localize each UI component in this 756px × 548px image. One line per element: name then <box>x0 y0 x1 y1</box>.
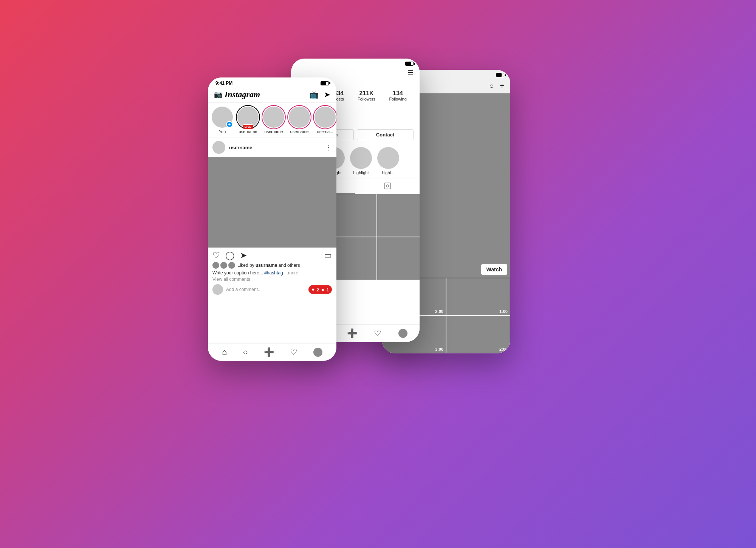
post-image <box>208 157 336 248</box>
caption-hashtag[interactable]: #hashtag <box>264 270 283 276</box>
tv-cell-2: 1:00 <box>446 278 510 316</box>
liked-username: usurname <box>256 263 277 268</box>
instagram-logo: Instagram <box>225 90 260 99</box>
post-actions-left: ♡ ◯ ➤ <box>212 251 247 260</box>
feed-battery-icon <box>321 81 329 85</box>
tv-time-3: 3:00 <box>435 347 443 351</box>
liked-by-row: Liked by usurname and others <box>212 262 332 269</box>
live-badge: LIVE <box>243 124 253 129</box>
feed-nav-profile-avatar[interactable] <box>313 348 322 357</box>
story-label-3: username <box>290 129 309 134</box>
feed-nav-heart-icon[interactable]: ♡ <box>290 347 297 357</box>
share-icon[interactable]: ➤ <box>240 251 247 260</box>
story-avatar-3 <box>289 107 310 128</box>
like-icon[interactable]: ♡ <box>212 251 220 260</box>
tv-battery-icon <box>496 73 504 77</box>
highlight-item-3[interactable]: highlight <box>350 147 372 175</box>
highlight-circle-3 <box>350 147 372 169</box>
post-user-info: username <box>212 141 252 154</box>
caption-text: Write your caption here... <box>212 270 263 276</box>
followers-count: 211K <box>359 90 373 97</box>
tv-plus-icon[interactable]: + <box>500 82 504 90</box>
tv-search-icon[interactable]: ○ <box>489 82 494 90</box>
save-icon[interactable]: ▭ <box>324 251 332 260</box>
notif-bubble-icon: ● <box>321 287 324 293</box>
tab-tagged[interactable] <box>355 178 420 194</box>
tv-time-1: 2:00 <box>435 309 443 314</box>
liked-text: Liked by usurname and others <box>237 263 300 268</box>
following-label: Following <box>389 97 406 101</box>
header-action-icons: 📺 ➤ <box>309 90 330 99</box>
story-label-2: username <box>265 129 283 134</box>
notif-likes-count: 2 <box>317 287 319 292</box>
post-header: username ⋮ <box>208 138 336 157</box>
stat-following: 134 Following <box>389 90 406 101</box>
profile-nav-profile-avatar[interactable] <box>398 329 407 338</box>
feed-nav-home-icon[interactable]: ⌂ <box>222 347 227 357</box>
story-label-4: userna... <box>317 129 333 134</box>
story-item-live[interactable]: LIVE username <box>237 107 259 134</box>
story-item-you[interactable]: + You <box>211 107 234 134</box>
liked-dot-2 <box>220 262 227 269</box>
post-info: Liked by usurname and others Write your … <box>208 262 336 343</box>
tv-time-2: 1:00 <box>499 309 508 314</box>
feed-nav-plus-icon[interactable]: ➕ <box>264 347 274 357</box>
notif-heart-icon: ♥ <box>311 287 314 293</box>
post-more-options-icon[interactable]: ⋮ <box>325 143 332 152</box>
add-story-icon[interactable]: + <box>226 121 233 128</box>
camera-icon: 📷 <box>214 90 222 99</box>
highlight-circle-4 <box>377 147 399 169</box>
comment-input-row: Add a comment... ♥ 2 ● 1 <box>212 284 332 295</box>
comment-icon[interactable]: ◯ <box>225 251 235 260</box>
view-comments[interactable]: View all comments <box>212 277 332 282</box>
post-username: username <box>229 145 252 150</box>
story-label-you: You <box>219 129 226 134</box>
story-item-2[interactable]: username <box>262 107 285 134</box>
highlight-label-4: highl... <box>382 170 394 175</box>
liked-dot-3 <box>228 262 235 269</box>
grid-cell-5 <box>334 237 376 280</box>
svg-point-5 <box>386 185 389 187</box>
hamburger-menu-icon[interactable]: ☰ <box>407 69 414 77</box>
post-user-avatar <box>212 141 225 154</box>
post-caption: Write your caption here... #hashtag ...m… <box>212 270 332 276</box>
liked-dot-1 <box>212 262 219 269</box>
story-item-4[interactable]: userna... <box>314 107 336 134</box>
contact-button[interactable]: Contact <box>357 129 414 140</box>
highlight-label-3: highlight <box>353 170 369 175</box>
liked-avatars <box>212 262 235 269</box>
comment-user-avatar <box>212 284 223 295</box>
following-count: 134 <box>393 90 403 97</box>
grid-cell-2 <box>334 194 376 237</box>
profile-nav-plus-icon[interactable]: ➕ <box>347 328 357 338</box>
stat-followers: 211K Followers <box>358 90 375 101</box>
profile-stats: 334 Posts 211K Followers 134 Following <box>327 90 414 101</box>
feed-status-bar: 9:41 PM <box>208 77 336 87</box>
tv-cell-4: 2:00 <box>446 316 510 353</box>
post-actions: ♡ ◯ ➤ ▭ <box>208 248 336 262</box>
profile-nav-heart-icon[interactable]: ♡ <box>374 328 381 338</box>
highlight-item-4[interactable]: highl... <box>377 147 399 175</box>
tv-time-4: 2:00 <box>499 347 508 351</box>
followers-label: Followers <box>358 97 375 101</box>
grid-cell-6 <box>377 237 420 280</box>
tv-icon[interactable]: 📺 <box>309 90 319 99</box>
story-avatar-you: + <box>212 107 233 128</box>
profile-status-bar <box>291 59 420 67</box>
feed-header: 📷 Instagram 📺 ➤ <box>208 87 336 103</box>
notif-comments-count: 1 <box>327 287 329 292</box>
profile-battery-icon <box>405 62 414 66</box>
story-avatar-2 <box>263 107 284 128</box>
status-time: 9:41 PM <box>215 80 232 86</box>
instagram-logo-area: 📷 Instagram <box>214 90 260 99</box>
notification-badge: ♥ 2 ● 1 <box>308 285 332 294</box>
send-icon[interactable]: ➤ <box>324 90 330 99</box>
feed-nav-search-icon[interactable]: ○ <box>243 347 248 357</box>
stories-row: + You LIVE username username username <box>208 103 336 138</box>
story-item-3[interactable]: username <box>288 107 311 134</box>
phone-feed: 9:41 PM 📷 Instagram 📺 ➤ <box>208 77 336 361</box>
watch-button[interactable]: Watch <box>481 264 507 275</box>
svg-rect-4 <box>384 183 390 189</box>
story-avatar-4 <box>314 107 336 128</box>
caption-more[interactable]: ...more <box>284 270 298 276</box>
